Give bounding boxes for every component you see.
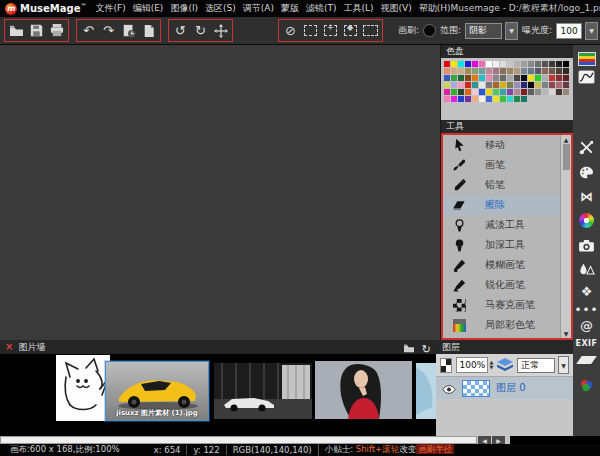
color-swatch[interactable] — [556, 75, 562, 81]
color-swatch[interactable] — [458, 82, 464, 88]
color-swatch[interactable] — [486, 75, 492, 81]
brush-color-swatch[interactable] — [423, 24, 436, 37]
close-image-wall-icon[interactable]: × — [5, 342, 13, 352]
color-swatch[interactable] — [465, 82, 471, 88]
tool-item-burn[interactable]: 加深工具 — [443, 235, 560, 255]
color-swatch[interactable] — [563, 75, 569, 81]
open-folder-icon[interactable] — [8, 22, 25, 40]
color-swatch[interactable] — [549, 82, 555, 88]
color-swatch[interactable] — [535, 75, 541, 81]
color-swatch[interactable] — [465, 75, 471, 81]
color-swatch[interactable] — [514, 75, 520, 81]
color-swatch[interactable] — [549, 68, 555, 74]
color-swatch[interactable] — [444, 68, 450, 74]
color-swatch[interactable] — [444, 89, 450, 95]
exif-icon[interactable]: EXIF — [573, 334, 600, 352]
layer-opacity-value[interactable]: 100% — [456, 357, 488, 373]
menu-item-3[interactable]: 选区(S) — [205, 2, 236, 15]
color-swatch[interactable] — [479, 75, 485, 81]
color-swatch[interactable] — [444, 96, 450, 102]
color-swatch[interactable] — [451, 68, 457, 74]
color-swatch[interactable] — [556, 82, 562, 88]
color-swatch[interactable] — [451, 61, 457, 67]
color-swatch[interactable] — [458, 68, 464, 74]
color-swatch[interactable] — [493, 75, 499, 81]
color-swatch[interactable] — [528, 89, 534, 95]
color-swatch[interactable] — [472, 61, 478, 67]
tool-item-sharpen[interactable]: 锐化画笔 — [443, 275, 560, 295]
liquify-icon[interactable] — [573, 260, 600, 278]
color-swatch[interactable] — [542, 75, 548, 81]
menu-item-6[interactable]: 滤镜(T) — [306, 2, 337, 15]
thumbnail-partial-image[interactable] — [416, 363, 436, 419]
select-move-icon[interactable]: ◆ — [342, 22, 359, 40]
color-swatch[interactable] — [556, 89, 562, 95]
color-swatch[interactable] — [458, 61, 464, 67]
color-swatch[interactable] — [486, 61, 492, 67]
menu-item-4[interactable]: 调节(A) — [243, 2, 274, 15]
color-swatch[interactable] — [493, 68, 499, 74]
color-swatch[interactable] — [493, 82, 499, 88]
tool-item-eraser[interactable]: 擦除 — [443, 195, 560, 215]
image-wall-scrollbar[interactable]: ◀ ▶ — [0, 436, 510, 444]
levels-icon[interactable] — [573, 50, 600, 68]
brush-range-select[interactable]: 阴影 — [465, 23, 502, 39]
color-swatch[interactable] — [556, 68, 562, 74]
color-swatch[interactable] — [535, 61, 541, 67]
tool-item-pencil[interactable]: 铅笔 — [443, 175, 560, 195]
color-swatch[interactable] — [507, 96, 513, 102]
color-swatch[interactable] — [542, 89, 548, 95]
tool-item-mosaic[interactable]: 马赛克画笔 — [443, 295, 560, 315]
menu-item-0[interactable]: 文件(F) — [95, 2, 125, 15]
color-swatch[interactable] — [444, 61, 450, 67]
brush-exposure-dropdown-icon[interactable]: ▼ — [585, 22, 598, 40]
color-swatch[interactable] — [493, 89, 499, 95]
color-swatch[interactable] — [535, 82, 541, 88]
color-wheel-icon[interactable] — [573, 211, 600, 229]
color-swatch[interactable] — [472, 82, 478, 88]
redo-icon[interactable]: ↷ — [100, 22, 117, 40]
blend-mode-select[interactable]: 正常 — [517, 358, 555, 373]
color-swatch[interactable] — [507, 68, 513, 74]
color-swatch[interactable] — [500, 68, 506, 74]
color-swatch[interactable] — [556, 61, 562, 67]
channels-icon[interactable] — [573, 376, 600, 394]
color-swatch[interactable] — [514, 89, 520, 95]
color-swatch[interactable] — [535, 68, 541, 74]
layer-opacity-spinner[interactable]: 100% ▲▼ — [456, 357, 493, 373]
scroll-right-icon[interactable]: ▶ — [492, 436, 505, 444]
scroll-up-icon[interactable]: ▲ — [564, 136, 569, 143]
color-swatch[interactable] — [528, 68, 534, 74]
tools-scrollbar[interactable]: ▲ ▼ — [560, 135, 571, 338]
color-swatch[interactable] — [521, 75, 527, 81]
color-swatch[interactable] — [507, 82, 513, 88]
transparency-checker-icon[interactable] — [440, 358, 452, 373]
color-swatch[interactable] — [493, 61, 499, 67]
color-swatch[interactable] — [472, 89, 478, 95]
scrollbar-thumb[interactable] — [0, 436, 477, 444]
color-swatch[interactable] — [465, 89, 471, 95]
scrollbar-thumb[interactable] — [563, 144, 570, 170]
tool-item-move[interactable]: 移动 — [443, 135, 560, 155]
color-swatch[interactable] — [486, 82, 492, 88]
color-swatch[interactable] — [521, 68, 527, 74]
color-swatch[interactable] — [535, 89, 541, 95]
color-swatch[interactable] — [479, 96, 485, 102]
color-swatch[interactable] — [507, 61, 513, 67]
spinner-arrows-icon[interactable]: ▲▼ — [489, 360, 493, 370]
color-swatch[interactable] — [563, 82, 569, 88]
color-swatch[interactable] — [493, 96, 499, 102]
lasso-icon[interactable]: ⋈ — [573, 187, 600, 205]
color-swatch[interactable] — [500, 82, 506, 88]
color-swatch[interactable] — [458, 89, 464, 95]
tool-item-blur[interactable]: 模糊画笔 — [443, 255, 560, 275]
color-swatch[interactable] — [549, 61, 555, 67]
tool-item-brush[interactable]: 画笔 — [443, 155, 560, 175]
color-swatch[interactable] — [507, 89, 513, 95]
color-swatch[interactable] — [479, 61, 485, 67]
select-rect-icon[interactable] — [302, 22, 319, 40]
menu-item-8[interactable]: 视图(V) — [381, 2, 412, 15]
thumbnail-yellow-car[interactable]: jisuxz 图片素材 (1).jpg — [106, 362, 208, 420]
rotate-right-icon[interactable]: ↻ — [192, 22, 209, 40]
color-swatch[interactable] — [472, 96, 478, 102]
